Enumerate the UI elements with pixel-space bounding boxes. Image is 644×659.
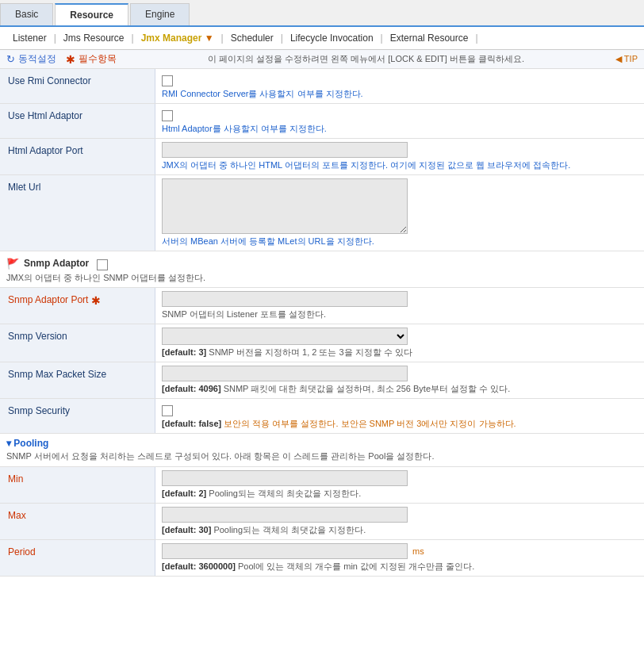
html-adaptor-port-row: Html Adaptor Port JMX의 어댑터 중 하나인 HTML 어댑… — [0, 139, 644, 175]
use-html-adaptor-content: Html Adaptor를 사용할지 여부를 지정한다. — [155, 104, 644, 138]
subnav-external-resource[interactable]: External Resource — [384, 30, 475, 46]
pooling-max-row: Max [default: 30] Pooling되는 객체의 최댓값을 지정한… — [0, 504, 644, 540]
snmp-adaptor-title: Snmp Adaptor — [24, 258, 89, 269]
mlet-url-row: Mlet Url 서버의 MBean 서버에 등록할 MLet의 URL을 지정… — [0, 175, 644, 251]
html-adaptor-port-input[interactable] — [162, 142, 408, 158]
dynamic-settings-button[interactable]: ↻ 동적설정 — [6, 52, 56, 66]
toolbar: ↻ 동적설정 ✱ 필수항목 이 페이지의 설정을 수정하려면 왼쪽 메뉴에서 [… — [0, 50, 644, 69]
snmp-version-desc: [default: 3] SNMP 버전을 지정하며 1, 2 또는 3을 지정… — [162, 347, 638, 358]
snmp-adaptor-port-content: SNMP 어댑터의 Listener 포트를 설정한다. — [155, 288, 644, 324]
snmp-max-packet-size-input[interactable] — [162, 366, 408, 381]
pooling-min-row: Min [default: 2] Pooling되는 객체의 최솟값을 지정한다… — [0, 467, 644, 504]
pooling-max-content: [default: 30] Pooling되는 객체의 최댓값을 지정한다. — [155, 504, 644, 539]
required-fields-button[interactable]: ✱ 필수항목 — [66, 52, 117, 66]
use-rmi-connector-row: Use Rmi Connector RMI Connector Server를 … — [0, 69, 644, 104]
pooling-min-content: [default: 2] Pooling되는 객체의 최솟값을 지정한다. — [155, 467, 644, 503]
snmp-version-select[interactable] — [162, 328, 408, 345]
pooling-min-input[interactable] — [162, 470, 408, 486]
pooling-period-row: Period ms [default: 3600000] Pool에 있는 객체… — [0, 540, 644, 577]
required-label: 필수항목 — [79, 52, 117, 66]
sub-nav: Listener | Jms Resource | Jmx Manager ▼ … — [0, 27, 644, 50]
snmp-security-checkbox[interactable] — [162, 405, 173, 416]
use-html-adaptor-checkbox[interactable] — [162, 110, 173, 121]
subnav-listener[interactable]: Listener — [6, 30, 53, 46]
top-tabs: Basic Resource Engine — [0, 0, 644, 27]
snmp-version-content: [default: 3] SNMP 버전을 지정하며 1, 2 또는 3을 지정… — [155, 324, 644, 362]
snmp-adaptor-section: 🚩 Snmp Adaptor JMX의 어댑터 중 하나인 SNMP 어댑터를 … — [0, 251, 644, 288]
snmp-security-row: Snmp Security [default: false] 보안의 적용 여부… — [0, 399, 644, 434]
subnav-jmx-manager[interactable]: Jmx Manager ▼ — [135, 30, 220, 46]
snmp-max-packet-size-row: Snmp Max Packet Size [default: 4096] SNM… — [0, 362, 644, 399]
pooling-min-default: [default: 2] — [162, 489, 206, 498]
mlet-url-input[interactable] — [162, 178, 408, 234]
tab-resource[interactable]: Resource — [55, 3, 128, 25]
use-rmi-connector-label: Use Rmi Connector — [0, 69, 155, 103]
pooling-form-area: Min [default: 2] Pooling되는 객체의 최솟값을 지정한다… — [0, 467, 644, 577]
snmp-security-desc: [default: false] 보안의 적용 여부를 설정한다. 보안은 SN… — [162, 418, 638, 430]
snmp-security-label: Snmp Security — [0, 399, 155, 433]
pooling-max-input[interactable] — [162, 507, 408, 523]
mlet-url-desc: 서버의 MBean 서버에 등록할 MLet의 URL을 지정한다. — [162, 236, 638, 247]
pooling-max-desc: [default: 30] Pooling되는 객체의 최댓값을 지정한다. — [162, 524, 638, 536]
snmp-version-label: Snmp Version — [0, 324, 155, 362]
pooling-section: ▾ Pooling SNMP 서버에서 요청을 처리하는 스레드로 구성되어 있… — [0, 434, 644, 467]
pooling-max-label: Max — [0, 504, 155, 539]
snmp-version-default: [default: 3] — [162, 347, 206, 357]
use-html-adaptor-row: Use Html Adaptor Html Adaptor를 사용할지 여부를 … — [0, 104, 644, 139]
snmp-adaptor-port-label: Snmp Adaptor Port ✱ — [0, 288, 155, 324]
use-rmi-connector-checkbox[interactable] — [162, 75, 173, 86]
pooling-period-label: Period — [0, 540, 155, 576]
toolbar-info: 이 페이지의 설정을 수정하려면 왼쪽 메뉴에서 [LOCK & EDIT] 버… — [117, 53, 615, 65]
snmp-adaptor-checkbox[interactable] — [97, 259, 108, 270]
snmp-adaptor-port-desc: SNMP 어댑터의 Listener 포트를 설정한다. — [162, 308, 638, 320]
pooling-period-input[interactable] — [162, 543, 408, 559]
snmp-security-content: [default: false] 보안의 적용 여부를 설정한다. 보안은 SN… — [155, 399, 644, 433]
snmp-max-packet-size-default: [default: 4096] — [162, 384, 221, 393]
snmp-adaptor-port-input[interactable] — [162, 291, 408, 307]
subnav-scheduler[interactable]: Scheduler — [224, 30, 280, 46]
pooling-max-default: [default: 30] — [162, 525, 211, 534]
required-star-icon: ✱ — [91, 294, 101, 307]
html-adaptor-port-desc: JMX의 어댑터 중 하나인 HTML 어댑터의 포트를 지정한다. 여기에 지… — [162, 159, 638, 171]
flag-icon: 🚩 — [6, 258, 19, 270]
tip-button[interactable]: ◀ TIP — [615, 54, 638, 64]
form-area: Use Rmi Connector RMI Connector Server를 … — [0, 69, 644, 251]
subnav-lifecycle-invocation[interactable]: Lifecycle Invocation — [284, 30, 380, 46]
pooling-period-desc: [default: 3600000] Pool에 있는 객체의 개수를 min … — [162, 561, 638, 573]
snmp-max-packet-size-label: Snmp Max Packet Size — [0, 362, 155, 398]
use-rmi-connector-content: RMI Connector Server를 사용할지 여부를 지정한다. — [155, 69, 644, 103]
snmp-form-area: Snmp Adaptor Port ✱ SNMP 어댑터의 Listener 포… — [0, 288, 644, 434]
pooling-toggle[interactable]: ▾ Pooling — [6, 438, 638, 449]
tab-basic[interactable]: Basic — [0, 3, 53, 25]
star-icon: ✱ — [66, 53, 75, 66]
use-rmi-connector-desc: RMI Connector Server를 사용할지 여부를 지정한다. — [162, 88, 638, 100]
pooling-period-default: [default: 3600000] — [162, 561, 236, 571]
dynamic-label: 동적설정 — [18, 52, 56, 66]
snmp-security-default: [default: false] — [162, 419, 221, 428]
pooling-desc: SNMP 서버에서 요청을 처리하는 스레드로 구성되어 있다. 아래 항목은 … — [6, 450, 638, 462]
snmp-version-row: Snmp Version [default: 3] SNMP 버전을 지정하며 … — [0, 324, 644, 362]
pooling-min-desc: [default: 2] Pooling되는 객체의 최솟값을 지정한다. — [162, 488, 638, 500]
pooling-period-content: ms [default: 3600000] Pool에 있는 객체의 개수를 m… — [155, 540, 644, 576]
pooling-period-unit: ms — [412, 546, 424, 556]
html-adaptor-port-label: Html Adaptor Port — [0, 139, 155, 174]
subnav-jms-resource[interactable]: Jms Resource — [57, 30, 131, 46]
use-html-adaptor-label: Use Html Adaptor — [0, 104, 155, 138]
mlet-url-content: 서버의 MBean 서버에 등록할 MLet의 URL을 지정한다. — [155, 175, 644, 251]
use-html-adaptor-desc: Html Adaptor를 사용할지 여부를 지정한다. — [162, 123, 638, 135]
snmp-adaptor-desc: JMX의 어댑터 중 하나인 SNMP 어댑터를 설정한다. — [6, 272, 638, 284]
snmp-max-packet-size-content: [default: 4096] SNMP 패킷에 대한 최댓값을 설정하며, 최… — [155, 362, 644, 398]
pooling-min-label: Min — [0, 467, 155, 503]
html-adaptor-port-content: JMX의 어댑터 중 하나인 HTML 어댑터의 포트를 지정한다. 여기에 지… — [155, 139, 644, 174]
tab-engine[interactable]: Engine — [130, 3, 190, 25]
refresh-icon: ↻ — [6, 53, 15, 65]
mlet-url-label: Mlet Url — [0, 175, 155, 251]
snmp-max-packet-size-desc: [default: 4096] SNMP 패킷에 대한 최댓값을 설정하며, 최… — [162, 383, 638, 395]
snmp-adaptor-port-row: Snmp Adaptor Port ✱ SNMP 어댑터의 Listener 포… — [0, 288, 644, 324]
